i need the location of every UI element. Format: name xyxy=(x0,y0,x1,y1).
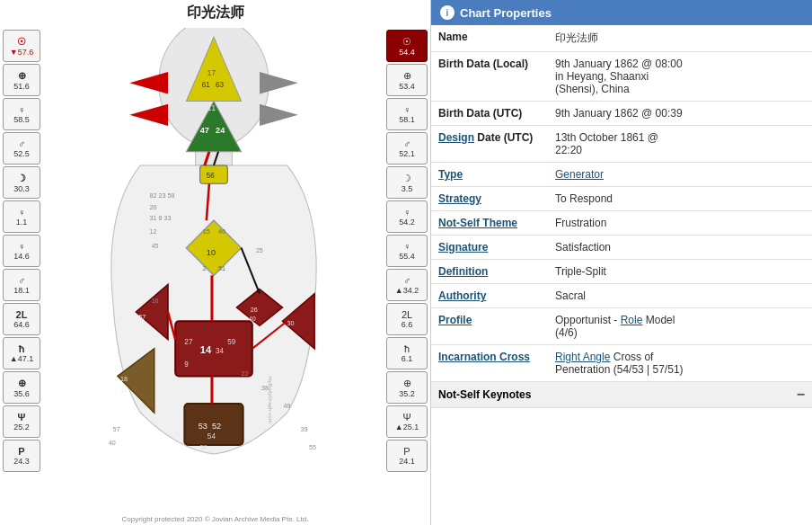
svg-text:9: 9 xyxy=(184,360,189,369)
prop-label: Design Date (UTC) xyxy=(431,126,548,163)
left-planet-item: ħ ▲47.1 xyxy=(3,337,40,369)
right-icon-item[interactable]: ħ 6.1 xyxy=(386,337,428,369)
svg-text:39: 39 xyxy=(300,426,307,433)
svg-text:31  8  33: 31 8 33 xyxy=(149,215,171,222)
svg-text:10: 10 xyxy=(206,248,215,257)
table-row: SignatureSatisfaction xyxy=(431,236,812,260)
not-self-keynotes-label: Not-Self Keynotes xyxy=(438,388,531,401)
prop-label: Birth Data (UTC) xyxy=(431,102,548,126)
svg-text:58: 58 xyxy=(199,444,207,451)
copyright-text: Copyright protected 2020 © Jovian Archiv… xyxy=(0,513,430,525)
svg-text:52: 52 xyxy=(211,422,220,431)
chart-area: ☉ ▼57.6 ⊕ 51.6 ♀ 58.5 ♂ 52.5 ☽ 30.3 ♀ 1.… xyxy=(0,26,430,513)
left-planet-item: ⊕ 51.6 xyxy=(3,64,40,96)
prop-value: 9th January 1862 @ 08:00in Heyang, Shaan… xyxy=(548,52,812,102)
prop-value: Opportunist - Role Model(4/6) xyxy=(548,308,812,345)
icon-number: 24.1 xyxy=(399,457,415,466)
planet-number: 24.3 xyxy=(13,457,30,466)
svg-marker-65 xyxy=(259,104,297,126)
prop-value[interactable]: Generator xyxy=(548,163,812,187)
left-planet-item: ♂ 52.5 xyxy=(3,132,40,165)
prop-label[interactable]: Profile xyxy=(431,308,548,345)
planet-number: 52.5 xyxy=(13,149,30,158)
collapse-button[interactable]: − xyxy=(797,387,805,403)
left-planet-item: ♀ 1.1 xyxy=(3,200,40,233)
prop-value: Right Angle Cross ofPenetration (54/53 |… xyxy=(548,345,812,382)
planet-symbol: ♀ xyxy=(18,104,25,115)
prop-label[interactable]: Not-Self Theme xyxy=(431,211,548,236)
left-planet-item: ♀ 14.6 xyxy=(3,235,40,267)
prop-value: 9th January 1862 @ 00:39 xyxy=(548,102,812,126)
right-icon-item[interactable]: ☽ 3.5 xyxy=(386,166,428,199)
svg-text:44: 44 xyxy=(120,387,128,395)
prop-label[interactable]: Type xyxy=(431,163,548,187)
icon-symbol: ♂ xyxy=(403,275,410,286)
right-icon-item[interactable]: ♀ 58.1 xyxy=(386,98,428,130)
right-icon-item[interactable]: ♀ 54.2 xyxy=(386,200,428,233)
planet-number: 64.6 xyxy=(13,320,30,329)
planet-number: 14.6 xyxy=(13,252,30,261)
prop-label[interactable]: Strategy xyxy=(431,187,548,211)
table-row: Design Date (UTC)13th October 1861 @22:2… xyxy=(431,126,812,163)
left-planet-item: ⊕ 35.6 xyxy=(3,371,40,404)
right-icon-item[interactable]: P 24.1 xyxy=(386,440,428,472)
svg-text:26: 26 xyxy=(250,307,257,314)
planet-symbol: ⊕ xyxy=(18,378,26,389)
left-planet-item: Ψ 25.2 xyxy=(3,405,40,438)
svg-text:47: 47 xyxy=(199,126,208,135)
prop-label[interactable]: Definition xyxy=(431,260,548,284)
not-self-keynotes-section[interactable]: Not-Self Keynotes − xyxy=(431,382,812,408)
planet-number: 58.5 xyxy=(13,115,30,124)
table-row: Birth Data (Local)9th January 1862 @ 08:… xyxy=(431,52,812,102)
prop-label[interactable]: Authority xyxy=(431,284,548,308)
icon-symbol: Ψ xyxy=(402,412,410,423)
icon-symbol: 2L xyxy=(402,309,412,320)
prop-value: Sacral xyxy=(548,284,812,308)
table-row: ProfileOpportunist - Role Model(4/6) xyxy=(431,308,812,345)
svg-text:57: 57 xyxy=(112,426,119,433)
svg-text:36: 36 xyxy=(287,334,294,342)
icon-number: 53.4 xyxy=(399,82,415,91)
right-icon-item[interactable]: ☉ 54.4 xyxy=(386,30,428,62)
icon-symbol: ⊕ xyxy=(403,70,411,82)
svg-text:myBodyGraph.com: myBodyGraph.com xyxy=(268,376,274,423)
svg-text:82 23 58: 82 23 58 xyxy=(149,192,174,200)
svg-text:22: 22 xyxy=(241,370,248,378)
prop-label[interactable]: Incarnation Cross xyxy=(431,345,548,382)
planet-number: ▲47.1 xyxy=(10,354,33,363)
chart-title: 印光法师 xyxy=(0,0,430,26)
right-icon-item[interactable]: 2L 6.6 xyxy=(386,303,428,335)
right-icon-item[interactable]: ♂ 52.1 xyxy=(386,132,428,165)
planet-symbol: ☉ xyxy=(17,36,26,48)
right-panel: i Chart Properties Name印光法师Birth Data (L… xyxy=(431,0,812,525)
planet-symbol: ♂ xyxy=(18,275,25,286)
icon-number: 3.5 xyxy=(402,184,413,193)
icon-number: ▲34.2 xyxy=(395,286,419,295)
svg-text:34: 34 xyxy=(216,347,225,355)
svg-text:18: 18 xyxy=(120,376,128,383)
left-planet-item: ♂ 18.1 xyxy=(3,269,40,301)
prop-value: Triple-Split xyxy=(548,260,812,284)
svg-text:30: 30 xyxy=(287,320,294,327)
svg-text:20: 20 xyxy=(149,204,156,211)
right-icon-item[interactable]: Ψ ▲25.1 xyxy=(386,405,428,438)
svg-text:12: 12 xyxy=(149,228,156,236)
svg-text:2: 2 xyxy=(202,265,206,272)
svg-text:25: 25 xyxy=(255,247,262,254)
icon-symbol: ♀ xyxy=(403,241,410,252)
svg-text:45: 45 xyxy=(151,243,158,250)
planet-symbol: ☽ xyxy=(17,173,26,184)
planet-number: 30.3 xyxy=(13,184,30,193)
table-row: Not-Self ThemeFrustration xyxy=(431,211,812,236)
icon-number: 6.1 xyxy=(402,354,413,363)
right-icon-item[interactable]: ⊕ 53.4 xyxy=(386,64,428,96)
info-icon: i xyxy=(440,5,455,20)
planet-symbol: ♀ xyxy=(18,207,25,218)
right-icon-item[interactable]: ⊕ 35.2 xyxy=(386,371,428,404)
prop-label[interactable]: Signature xyxy=(431,236,548,260)
right-icon-item[interactable]: ♂ ▲34.2 xyxy=(386,269,428,301)
table-row: Birth Data (UTC)9th January 1862 @ 00:39 xyxy=(431,102,812,126)
prop-value: To Respond xyxy=(548,187,812,211)
right-icon-item[interactable]: ♀ 55.4 xyxy=(386,235,428,267)
icon-symbol: ♀ xyxy=(403,207,410,218)
